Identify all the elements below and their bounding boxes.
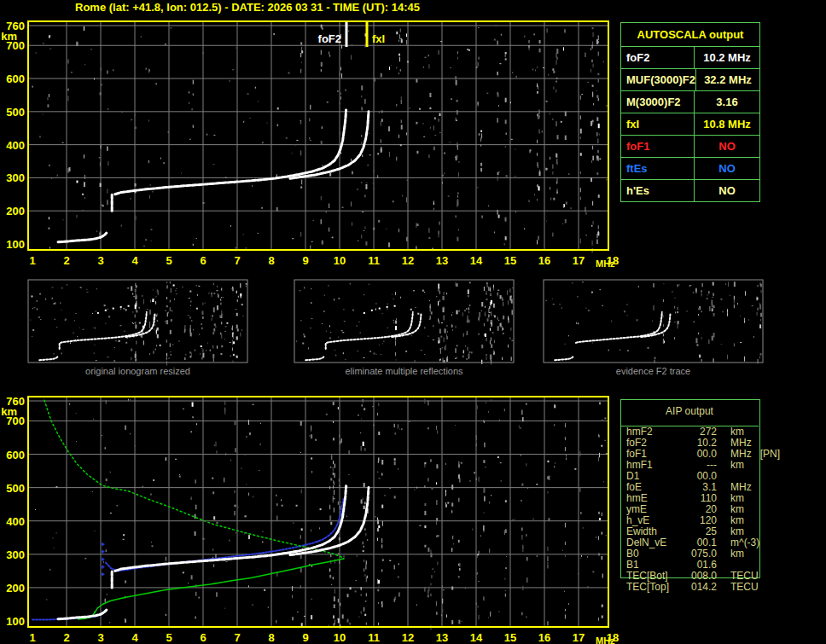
parameter-unit: km (717, 548, 744, 560)
x-tick-label: 17 (573, 631, 585, 644)
x-tick-label: 9 (302, 254, 308, 267)
parameter-label: ftEs (621, 158, 695, 179)
aip-table-header: AIP output (620, 399, 759, 426)
x-tick-label: 17 (573, 254, 585, 267)
x-tick-label: 9 (302, 631, 308, 644)
parameter-value: 014.2 (676, 582, 717, 593)
x-tick-label: 8 (268, 254, 274, 267)
y-axis-unit-label: km (1, 405, 17, 418)
table-row: hmF1---km (620, 460, 760, 471)
x-tick-label: 4 (131, 631, 138, 644)
y-tick-label: 100 (6, 615, 25, 628)
parameter-value: NO (695, 180, 759, 201)
y-tick-label: 200 (6, 582, 25, 595)
parameter-extra (752, 438, 760, 449)
x-tick-label: 3 (97, 254, 103, 267)
x-tick-label: 13 (436, 631, 448, 644)
x-tick-label: 10 (334, 254, 346, 267)
parameter-label: TEC[Top] (620, 582, 676, 593)
y-tick-label: 500 (6, 106, 25, 119)
parameter-value: NO (695, 136, 759, 157)
x-tick-label: 11 (368, 254, 380, 267)
y-tick-label: 300 (6, 548, 25, 561)
y-tick-label: 100 (6, 238, 25, 251)
x-tick-label: 5 (166, 631, 172, 644)
parameter-value: 32.2 MHz (696, 69, 759, 90)
thumbnail-caption-original: original ionogram resized (28, 366, 247, 377)
parameter-extra (744, 493, 753, 504)
x-tick-label: 1 (29, 254, 35, 267)
x-tick-label: 14 (470, 254, 483, 267)
table-row: h'EsNO (621, 180, 759, 201)
parameter-label: foF2 (621, 47, 695, 68)
table-row: fxI10.8 MHz (621, 113, 759, 136)
parameter-unit: km (717, 460, 744, 471)
parameter-value: 10.8 MHz (695, 113, 759, 135)
table-row: B0075.0km (620, 548, 760, 560)
table-row: foF1NO (621, 136, 759, 158)
x-tick-label: 5 (166, 254, 172, 267)
x-tick-label: 8 (268, 631, 274, 644)
parameter-extra (744, 504, 753, 515)
thumbnail-ionogram (28, 280, 247, 366)
parameter-extra (744, 515, 753, 526)
x-tick-label: 15 (504, 631, 516, 644)
table-row: ftEsNO (621, 158, 759, 180)
x-tick-label: 12 (402, 631, 414, 644)
y-tick-label: 300 (6, 171, 25, 184)
y-tick-label: 200 (6, 205, 25, 218)
x-tick-label: 16 (538, 631, 550, 644)
parameter-unit: TECU (717, 582, 759, 593)
parameter-label: h'Es (621, 180, 695, 201)
table-row: foF210.2 MHz (621, 47, 759, 69)
autoscala-table-rows: foF210.2 MHzMUF(3000)F232.2 MHzM(3000)F2… (621, 47, 759, 201)
table-row: M(3000)F23.16 (621, 91, 759, 113)
y-tick-label: 400 (6, 515, 25, 528)
parameter-unit (717, 471, 730, 482)
table-row: MUF(3000)F232.2 MHz (621, 69, 759, 91)
x-axis-unit-label: MHz (596, 258, 615, 269)
parameter-extra (759, 582, 767, 593)
parameter-label: fxI (621, 113, 695, 135)
y-tick-label: 400 (6, 139, 25, 152)
y-tick-label: 600 (6, 449, 25, 461)
ionogram-plot: 123456789101112131415161718MHz1002003004… (1, 395, 619, 644)
parameter-label: M(3000)F2 (621, 91, 695, 113)
parameter-label: MUF(3000)F2 (621, 69, 696, 90)
table-row: TEC[Top]014.2TECU (620, 582, 760, 593)
x-tick-label: 2 (63, 254, 69, 267)
x-tick-label: 6 (200, 631, 206, 644)
x-tick-label: 1 (29, 631, 35, 644)
ionogram-plot: foF2fxI123456789101112131415161718MHz100… (1, 20, 619, 269)
x-tick-label: 10 (334, 631, 346, 644)
parameter-extra (744, 548, 753, 560)
thumbnail-ionogram (294, 280, 514, 364)
aip-table-rows: hmF2272kmfoF210.2MHzfoF100.0MHz[PN]hmF1-… (620, 426, 760, 593)
x-tick-label: 7 (234, 631, 240, 644)
parameter-value: NO (695, 158, 759, 179)
marker-label-fxI: fxI (372, 32, 385, 45)
aip-output-table: AIP output hmF2272kmfoF210.2MHzfoF100.0M… (620, 399, 760, 593)
parameter-value: 10.2 MHz (695, 47, 759, 68)
parameter-extra (759, 537, 768, 548)
parameter-label: foF1 (621, 136, 695, 157)
x-tick-label: 12 (402, 254, 414, 267)
parameter-unit (717, 560, 730, 571)
y-axis-unit-label: km (1, 30, 17, 43)
x-tick-label: 6 (200, 254, 206, 267)
x-tick-label: 7 (234, 254, 240, 267)
x-tick-label: 11 (368, 631, 380, 644)
x-tick-label: 13 (436, 254, 448, 267)
thumbnail-ionogram (544, 280, 763, 363)
thumbnail-caption-eliminate: eliminate multiple reflections (294, 366, 514, 377)
parameter-extra (744, 460, 753, 471)
y-tick-label: 500 (6, 482, 25, 495)
parameter-extra: [PN] (752, 449, 780, 460)
autoscala-table-header: AUTOSCALA output (621, 23, 759, 47)
x-tick-label: 4 (131, 254, 138, 267)
autoscala-app-window: Rome (lat: +41.8, lon: 012.5) - DATE: 20… (0, 0, 826, 644)
x-tick-label: 16 (538, 254, 550, 267)
x-tick-label: 2 (63, 631, 69, 644)
thumbnail-caption-evidence: evidence F2 trace (544, 366, 763, 377)
y-tick-label: 600 (6, 73, 25, 85)
